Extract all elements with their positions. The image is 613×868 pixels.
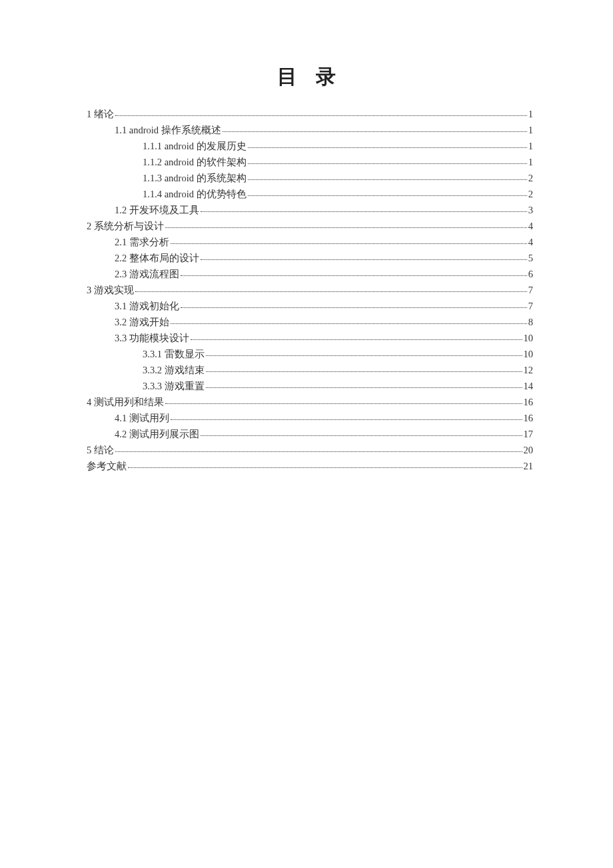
toc-entry-page: 6 xyxy=(528,269,533,279)
toc-entry-page: 10 xyxy=(524,333,534,343)
toc-leader-dots xyxy=(181,275,527,276)
toc-leader-dots xyxy=(171,323,527,324)
toc-entry: 1.1.1 android 的发展历史1 xyxy=(87,141,533,151)
toc-entry-label: 3.3 功能模块设计 xyxy=(115,333,189,343)
toc-leader-dots xyxy=(248,147,527,148)
toc-entry: 2 系统分析与设计4 xyxy=(87,221,533,231)
toc-entry-page: 10 xyxy=(524,349,534,359)
toc-leader-dots xyxy=(201,435,522,436)
toc-entry: 1.1.3 android 的系统架构2 xyxy=(87,173,533,183)
table-of-contents: 1 绪论11.1 android 操作系统概述11.1.1 android 的发… xyxy=(87,109,533,471)
toc-entry: 参考文献21 xyxy=(87,461,533,471)
toc-entry-label: 4 测试用列和结果 xyxy=(87,397,164,407)
toc-leader-dots xyxy=(223,131,527,132)
toc-leader-dots xyxy=(206,355,522,356)
toc-entry-label: 参考文献 xyxy=(87,461,127,471)
toc-entry-page: 1 xyxy=(528,141,533,151)
toc-entry: 3.3.1 雷数显示10 xyxy=(87,349,533,359)
toc-entry-page: 1 xyxy=(528,109,533,119)
toc-entry-label: 1.1.1 android 的发展历史 xyxy=(143,141,247,151)
toc-entry-label: 1 绪论 xyxy=(87,109,114,119)
toc-entry: 3 游戏实现7 xyxy=(87,285,533,295)
toc-entry-page: 3 xyxy=(528,205,533,215)
toc-entry: 2.3 游戏流程图6 xyxy=(87,269,533,279)
toc-entry-page: 2 xyxy=(528,173,533,183)
toc-entry: 3.2 游戏开始8 xyxy=(87,317,533,327)
toc-entry-page: 14 xyxy=(524,381,534,391)
toc-entry: 3.3 功能模块设计10 xyxy=(87,333,533,343)
toc-leader-dots xyxy=(115,115,527,116)
toc-leader-dots xyxy=(248,195,527,196)
toc-entry: 3.3.3 游戏重置14 xyxy=(87,381,533,391)
toc-entry-label: 4.2 测试用列展示图 xyxy=(115,429,199,439)
toc-leader-dots xyxy=(165,403,522,404)
toc-entry-label: 3.3.1 雷数显示 xyxy=(143,349,205,359)
toc-entry-label: 4.1 测试用列 xyxy=(115,413,169,423)
toc-leader-dots xyxy=(191,339,522,340)
toc-entry: 2.1 需求分析4 xyxy=(87,237,533,247)
toc-entry-label: 2.2 整体布局的设计 xyxy=(115,253,199,263)
toc-entry-page: 5 xyxy=(528,253,533,263)
toc-leader-dots xyxy=(248,163,527,164)
toc-leader-dots xyxy=(135,291,527,292)
toc-entry-page: 7 xyxy=(528,285,533,295)
toc-entry: 1.1 android 操作系统概述1 xyxy=(87,125,533,135)
toc-entry-page: 12 xyxy=(524,365,534,375)
toc-entry: 5 结论20 xyxy=(87,445,533,455)
toc-leader-dots xyxy=(128,467,522,468)
toc-entry-label: 3.3.2 游戏结束 xyxy=(143,365,205,375)
toc-entry-label: 2.1 需求分析 xyxy=(115,237,169,247)
toc-entry-label: 5 结论 xyxy=(87,445,114,455)
toc-entry-label: 2.3 游戏流程图 xyxy=(115,269,179,279)
toc-entry-page: 20 xyxy=(524,445,534,455)
toc-entry-page: 8 xyxy=(528,317,533,327)
toc-leader-dots xyxy=(115,451,522,452)
toc-entry-label: 1.1 android 操作系统概述 xyxy=(115,125,221,135)
toc-entry-page: 1 xyxy=(528,157,533,167)
toc-leader-dots xyxy=(206,387,522,388)
toc-entry-label: 2 系统分析与设计 xyxy=(87,221,164,231)
toc-entry-page: 2 xyxy=(528,189,533,199)
toc-leader-dots xyxy=(181,307,527,308)
toc-entry-page: 4 xyxy=(528,237,533,247)
toc-entry-label: 3.2 游戏开始 xyxy=(115,317,169,327)
toc-leader-dots xyxy=(165,227,527,228)
toc-entry: 4.2 测试用列展示图17 xyxy=(87,429,533,439)
toc-entry-label: 3.3.3 游戏重置 xyxy=(143,381,205,391)
toc-entry: 1.1.4 android 的优势特色2 xyxy=(87,189,533,199)
toc-entry-page: 4 xyxy=(528,221,533,231)
toc-entry: 3.1 游戏初始化7 xyxy=(87,301,533,311)
toc-entry-page: 1 xyxy=(528,125,533,135)
toc-entry-label: 3.1 游戏初始化 xyxy=(115,301,179,311)
toc-leader-dots xyxy=(206,371,522,372)
toc-title: 目 录 xyxy=(87,63,533,91)
toc-leader-dots xyxy=(201,259,527,260)
toc-leader-dots xyxy=(248,179,527,180)
toc-entry: 2.2 整体布局的设计5 xyxy=(87,253,533,263)
toc-leader-dots xyxy=(201,211,527,212)
toc-entry-label: 1.1.4 android 的优势特色 xyxy=(143,189,247,199)
toc-entry-page: 7 xyxy=(528,301,533,311)
toc-entry-label: 1.1.2 android 的软件架构 xyxy=(143,157,247,167)
toc-entry: 1 绪论1 xyxy=(87,109,533,119)
toc-leader-dots xyxy=(171,243,527,244)
toc-entry-page: 21 xyxy=(524,461,534,471)
toc-leader-dots xyxy=(171,419,522,420)
toc-entry-label: 3 游戏实现 xyxy=(87,285,134,295)
toc-entry-page: 17 xyxy=(524,429,534,439)
toc-entry: 1.2 开发环境及工具3 xyxy=(87,205,533,215)
toc-entry-label: 1.2 开发环境及工具 xyxy=(115,205,199,215)
toc-entry: 3.3.2 游戏结束12 xyxy=(87,365,533,375)
toc-entry: 4 测试用列和结果16 xyxy=(87,397,533,407)
toc-entry: 4.1 测试用列16 xyxy=(87,413,533,423)
toc-entry: 1.1.2 android 的软件架构1 xyxy=(87,157,533,167)
toc-entry-page: 16 xyxy=(524,413,534,423)
toc-entry-page: 16 xyxy=(524,397,534,407)
toc-entry-label: 1.1.3 android 的系统架构 xyxy=(143,173,247,183)
